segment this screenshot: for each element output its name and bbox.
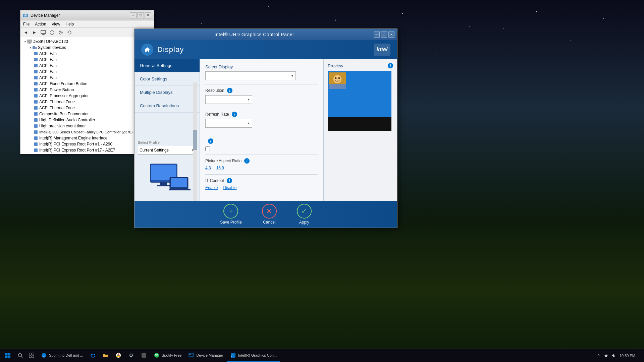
aspect-ratio-info-icon[interactable]: i (244, 158, 250, 164)
svg-point-71 (338, 77, 340, 79)
taskbar-app-folder[interactable] (99, 349, 112, 362)
taskbar-app-edge[interactable] (87, 349, 99, 362)
taskbar-clock[interactable]: 10:50 PM (620, 354, 635, 358)
taskbar-app-steam[interactable] (125, 349, 138, 362)
taskbar-app-intel[interactable]: i Intel(R) Graphics Con... (227, 349, 280, 362)
select-display-label-row: Select Display (205, 64, 318, 69)
dm-item-9[interactable]: ACPI Thermal Zone (22, 105, 153, 111)
taskbar-search-btn[interactable] (15, 349, 25, 362)
cancel-icon: ✕ (262, 204, 277, 219)
taskbar-app-chrome[interactable] (112, 349, 125, 362)
preview-panel: Preview i (323, 59, 397, 201)
dm-update-btn[interactable] (65, 29, 73, 36)
resolution-text: Resolution (205, 88, 224, 93)
tray-network-icon[interactable] (603, 353, 609, 358)
chrome-icon (115, 352, 121, 358)
scaling-checkbox[interactable] (205, 146, 210, 151)
resolution-select[interactable] (205, 95, 252, 104)
preview-display (328, 71, 391, 131)
nav-item-custom[interactable]: Custom Resolutions (135, 99, 200, 113)
dm-item-7[interactable]: ACPI Processor Aggregator (22, 93, 153, 99)
svg-point-69 (333, 75, 341, 83)
apply-btn[interactable]: ✓ Apply (297, 204, 312, 225)
dm-sysdev-expand[interactable]: ▼ (29, 46, 33, 50)
dm-computer-btn[interactable] (39, 29, 47, 36)
show-desktop-btn[interactable] (639, 351, 641, 360)
tray-expand-icon[interactable]: ^ (596, 353, 601, 358)
dm-item-5[interactable]: ACPI Fixed Feature Button (22, 81, 153, 87)
nav-item-multiple[interactable]: Multiple Displays (135, 86, 200, 99)
svg-point-6 (469, 26, 470, 27)
intel-close-btn[interactable]: ✕ (388, 32, 394, 38)
tray-volume-icon[interactable] (611, 353, 616, 358)
task-view-icon (29, 353, 34, 358)
display-select[interactable] (205, 71, 296, 80)
nav-item-color[interactable]: Color Settings (135, 72, 200, 86)
dm-minimize-btn[interactable]: ─ (130, 12, 137, 18)
dm-root-item[interactable]: ▼ DESKTOP-ABC123 (22, 39, 153, 45)
nav-item-general[interactable]: General Settings (135, 59, 200, 72)
extra-info-icon[interactable]: i (208, 138, 213, 144)
dm-item-0[interactable]: ACPI Fan (22, 51, 153, 57)
dm-root-expand[interactable]: ▼ (23, 40, 27, 44)
dm-item-8[interactable]: ACPI Thermal Zone (22, 99, 153, 105)
divider-4 (205, 174, 318, 175)
taskbar-app-devmgr[interactable]: Device Manager (185, 349, 226, 362)
refresh-rate-select[interactable] (205, 119, 252, 128)
dm-menu-file[interactable]: File (20, 21, 32, 27)
taskbar-app-unknown[interactable] (138, 349, 150, 362)
ratio-4-3[interactable]: 4:3 (205, 166, 211, 170)
it-content-info-icon[interactable]: i (227, 178, 232, 183)
dm-item-3[interactable]: ACPI Fan (22, 69, 153, 75)
svg-rect-74 (8, 353, 11, 356)
dm-item-16[interactable]: Intel(R) PCI Express Root Port #17 - A2E… (22, 147, 153, 153)
save-profile-btn[interactable]: + Save Profile (220, 204, 242, 225)
dm-menu-help[interactable]: Help (63, 21, 77, 27)
dm-forward-btn[interactable]: ▶ (31, 29, 39, 36)
intel-home-btn[interactable] (141, 44, 153, 56)
taskbar-task-view-btn[interactable] (25, 349, 38, 362)
intel-minimize-btn[interactable]: ─ (374, 32, 380, 38)
resolution-select-wrapper: ▼ (205, 95, 252, 104)
profile-select-wrapper: Current Settings ▼ (138, 146, 196, 155)
svg-rect-22 (41, 31, 46, 34)
cancel-btn[interactable]: ✕ Cancel (262, 204, 277, 225)
dm-item-1[interactable]: ACPI Fan (22, 57, 153, 63)
extra-info-row: i (205, 138, 318, 144)
profile-label: Select Profile (138, 140, 196, 144)
dm-item-label: Intel(R) PCI Express Root Port #17 - A2E… (39, 148, 115, 153)
it-enable[interactable]: Enable (205, 185, 218, 190)
dm-item-13[interactable]: Intel(R) 300 Series Chipset Family LPC C… (22, 129, 153, 135)
dm-maximize-btn[interactable]: □ (137, 12, 144, 18)
intel-maximize-btn[interactable]: □ (381, 32, 387, 38)
svg-point-5 (402, 13, 403, 14)
preview-info-icon[interactable]: i (388, 63, 393, 68)
dm-close-btn[interactable]: ✕ (145, 12, 151, 18)
dm-item-10[interactable]: Composite Bus Enumerator (22, 111, 153, 117)
dm-acpi-icon (34, 75, 39, 80)
dm-properties-btn[interactable] (48, 29, 56, 36)
dm-scan-btn[interactable] (57, 29, 65, 36)
dm-menu-view[interactable]: View (49, 21, 63, 27)
dm-item-14[interactable]: Intel(R) Management Engine Interface (22, 135, 153, 141)
start-button[interactable] (0, 349, 15, 362)
dm-back-btn[interactable]: ◀ (22, 29, 30, 36)
dm-system-devices-item[interactable]: ▼ System devices (22, 45, 153, 51)
dm-item-label: ACPI Fixed Feature Button (39, 81, 87, 86)
dm-item-2[interactable]: ACPI Fan (22, 63, 153, 69)
dm-item-label: ACPI Fan (39, 63, 57, 68)
profile-select[interactable]: Current Settings (138, 146, 196, 155)
dm-item-15[interactable]: Intel(R) PCI Express Root Port #1 - A290 (22, 141, 153, 147)
it-disable[interactable]: Disable (223, 185, 236, 190)
resolution-info-icon[interactable]: i (227, 88, 232, 93)
taskbar-app-submit[interactable]: D Submit to Dell and ... (38, 349, 87, 362)
dm-menu-action[interactable]: Action (32, 21, 49, 27)
refresh-rate-info-icon[interactable]: i (232, 112, 237, 117)
dm-item-4[interactable]: ACPI Fan (22, 75, 153, 81)
taskbar-app-spotify[interactable]: Spotify Free (150, 349, 185, 362)
ratio-16-9[interactable]: 16:9 (216, 166, 224, 170)
dm-item-11[interactable]: High Definition Audio Controller (22, 117, 153, 123)
dm-item-17[interactable]: Intel(R) PCI Express Root Port #3 - A292 (22, 153, 153, 154)
dm-item-12[interactable]: High precision event timer (22, 123, 153, 129)
dm-item-6[interactable]: ACPI Power Button (22, 87, 153, 93)
